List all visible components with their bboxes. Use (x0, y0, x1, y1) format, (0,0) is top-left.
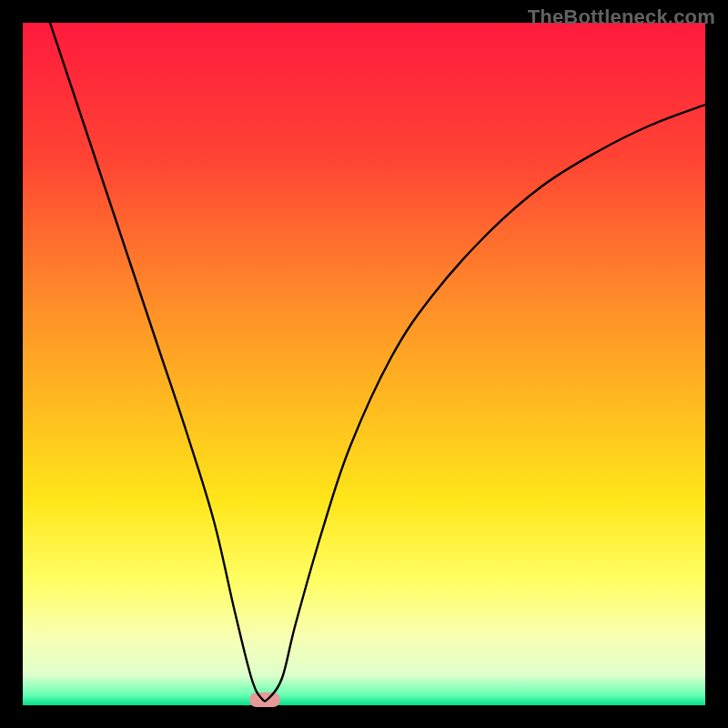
curve-path (50, 23, 705, 702)
bottleneck-curve (23, 23, 705, 705)
chart-frame (23, 23, 705, 705)
watermark-text: TheBottleneck.com (528, 5, 715, 29)
